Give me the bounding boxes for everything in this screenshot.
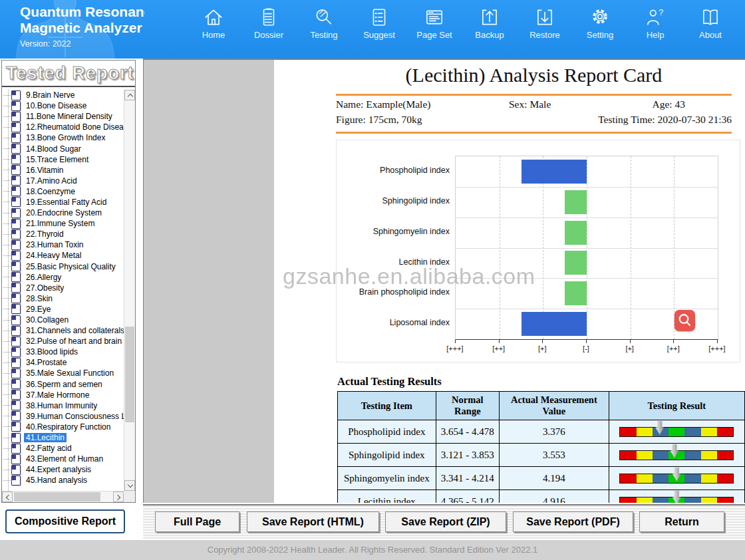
sidebar-report-item[interactable]: 43.Element of Human	[2, 454, 124, 464]
axis-tick-mark	[673, 340, 674, 343]
axis-tick-label: [++]	[482, 345, 516, 352]
nav-about[interactable]: About	[687, 7, 734, 53]
sidebar-report-item[interactable]: 22.Thyroid	[2, 229, 124, 239]
sidebar-report-item[interactable]: 44.Expert analysis	[2, 464, 124, 475]
cell-item: Sphingomyelin index	[338, 467, 436, 490]
horizontal-scroll-thumb[interactable]	[14, 492, 100, 501]
sidebar-report-item[interactable]: 18.Coenzyme	[2, 186, 124, 197]
axis-tick-mark	[630, 340, 631, 343]
scroll-up-button[interactable]	[124, 90, 135, 100]
sidebar-report-item[interactable]: 10.Bone Disease	[2, 100, 124, 111]
vertical-scroll-thumb[interactable]	[125, 327, 134, 422]
sidebar-report-item[interactable]: 36.Sperm and semen	[2, 379, 124, 390]
scroll-down-button[interactable]	[124, 480, 135, 491]
sidebar-report-item[interactable]: 35.Male Sexual Function	[2, 368, 124, 378]
nav-setting[interactable]: Setting	[577, 7, 623, 53]
tree-branch	[3, 213, 11, 213]
nav-backup[interactable]: Backup	[466, 7, 513, 53]
sidebar-report-item[interactable]: 28.Skin	[2, 293, 124, 304]
compositive-report-button[interactable]: Compositive Report	[5, 509, 125, 533]
tree-branch	[3, 320, 11, 321]
sidebar-report-item[interactable]: 23.Human Toxin	[2, 239, 124, 250]
return-button[interactable]: Return	[639, 511, 724, 532]
sidebar-report-item[interactable]: 31.Channels and collaterals	[2, 325, 124, 336]
sidebar-report-item[interactable]: 41.Lecithin	[2, 432, 124, 443]
sidebar-report-item[interactable]: 14.Blood Sugar	[2, 143, 124, 154]
sidebar-report-item[interactable]: 29.Eye	[2, 304, 124, 315]
sidebar-item-label: 38.Human Immunity	[24, 401, 99, 410]
sidebar-horizontal-scrollbar[interactable]	[2, 491, 124, 502]
sidebar-report-item[interactable]: 21.Immune System	[2, 218, 124, 229]
chart-category-label: Sphingolipid index	[337, 186, 450, 217]
save-report-html-button[interactable]: Save Report (HTML)	[247, 511, 379, 532]
sidebar-report-item[interactable]: 11.Bone Mineral Density	[2, 111, 124, 122]
nav-restore[interactable]: Restore	[522, 7, 568, 53]
report-doc-icon	[11, 272, 21, 282]
col-normal-range: Normal Range	[436, 392, 499, 420]
report-doc-icon	[11, 283, 21, 293]
sidebar-report-item[interactable]: 42.Fatty acid	[2, 443, 124, 454]
sidebar-report-item[interactable]: 38.Human Immunity	[2, 400, 124, 411]
result-segment	[620, 451, 636, 460]
sidebar-report-item[interactable]: 26.Allergy	[2, 272, 124, 283]
copyright-footer: Copyright 2008-2022 Health Leader. All R…	[0, 540, 745, 560]
sidebar-report-item[interactable]: 25.Basic Physical Quality	[2, 261, 124, 272]
sidebar-report-item[interactable]: 39.Human Consciousness Lev	[2, 411, 124, 422]
full-page-button[interactable]: Full Page	[155, 511, 239, 532]
sidebar-report-item[interactable]: 24.Heavy Metal	[2, 250, 124, 261]
sidebar-report-item[interactable]: 9.Brain Nerve	[2, 90, 124, 100]
report-title: (Lecithin) Analysis Report Card	[336, 64, 732, 86]
tested-report-list: 9.Brain Nerve 10.Bone Disease 11.Bone Mi…	[2, 90, 124, 491]
sidebar-item-label: 29.Eye	[24, 305, 53, 314]
orange-rule-bottom	[336, 132, 732, 134]
nav-home[interactable]: Home	[190, 7, 237, 53]
report-doc-icon	[11, 251, 21, 261]
sidebar-vertical-scrollbar[interactable]	[124, 90, 135, 491]
save-report-zip-button[interactable]: Save Report (ZIP)	[385, 511, 506, 532]
sidebar-report-item[interactable]: 37.Male Hormone	[2, 390, 124, 400]
sidebar-report-item[interactable]: 19.Essential Fatty Acid	[2, 197, 124, 208]
tree-branch	[3, 426, 11, 427]
sidebar-report-item[interactable]: 16.Vitamin	[2, 165, 124, 176]
patient-name: Name: Example(Male)	[336, 98, 430, 110]
sidebar-report-item[interactable]: 33.Blood lipids	[2, 347, 124, 357]
nav-suggest[interactable]: Suggest	[356, 7, 402, 53]
axis-tick-mark	[455, 340, 456, 343]
zoom-magnifier-button[interactable]	[674, 310, 695, 331]
chart-bar	[522, 160, 587, 184]
scroll-left-button[interactable]	[2, 491, 13, 502]
scroll-right-button[interactable]	[113, 491, 124, 502]
tree-branch	[3, 116, 11, 117]
sidebar-report-item[interactable]: 32.Pulse of heart and brain	[2, 336, 124, 347]
sidebar-report-item[interactable]: 15.Trace Element	[2, 154, 124, 165]
sidebar-report-item[interactable]: 17.Amino Acid	[2, 176, 124, 186]
nav-help[interactable]: ? Help	[632, 7, 678, 53]
sidebar-report-item[interactable]: 27.Obesity	[2, 283, 124, 293]
sidebar-item-label: 42.Fatty acid	[24, 444, 74, 453]
sidebar-report-item[interactable]: 20.Endocrine System	[2, 208, 124, 218]
scrollbar-corner	[124, 491, 135, 502]
sidebar-report-item[interactable]: 40.Respiratory Function	[2, 422, 124, 432]
sidebar-report-item[interactable]: 13.Bone Growth Index	[2, 132, 124, 143]
sidebar-report-item[interactable]: 34.Prostate	[2, 357, 124, 368]
nav-dossier[interactable]: Dossier	[245, 7, 292, 53]
nav-testing[interactable]: Testing	[301, 7, 347, 53]
quantum-analyzer-window: Quantum Resonance Magnetic Analyzer Vers…	[0, 0, 745, 560]
report-doc-icon	[11, 476, 21, 486]
cell-value: 4.194	[500, 467, 609, 490]
sidebar-report-item[interactable]: 30.Collagen	[2, 315, 124, 325]
sidebar-report-item[interactable]: 45.Hand analysis	[2, 475, 124, 486]
report-doc-icon	[11, 186, 21, 196]
app-version: Version: 2022	[20, 39, 71, 49]
sidebar-report-item[interactable]: 12.Rheumatoid Bone Disease	[2, 122, 124, 132]
axis-tick-mark	[586, 340, 587, 343]
report-doc-icon	[11, 315, 21, 325]
dossier-icon	[258, 7, 279, 28]
tree-branch	[3, 459, 11, 460]
nav-page-set[interactable]: Page Set	[411, 7, 458, 53]
chart-category-label: Phospholipid index	[337, 156, 450, 186]
cell-item: Lecithin index	[338, 490, 436, 503]
save-report-pdf-button[interactable]: Save Report (PDF)	[513, 511, 633, 532]
report-doc-icon	[11, 219, 21, 229]
sidebar-item-label: 34.Prostate	[24, 358, 69, 367]
